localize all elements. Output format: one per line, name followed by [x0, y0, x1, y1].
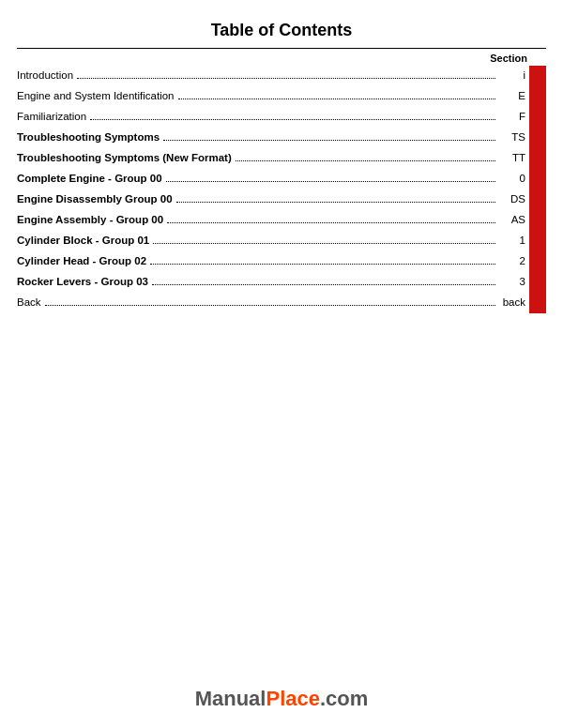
section-tab [529, 107, 546, 128]
toc-label: Familiarization [17, 111, 86, 122]
toc-section: back [499, 296, 525, 308]
footer-manual: Manual [195, 687, 266, 710]
footer-brand: ManualPlace.com [195, 687, 369, 710]
section-header-label: Section [490, 53, 527, 64]
toc-label: Troubleshooting Symptoms (New Format) [17, 152, 232, 163]
toc-dots [167, 222, 495, 223]
table-row: Troubleshooting Symptoms (New Format)TT [17, 148, 546, 169]
toc-label: Complete Engine - Group 00 [17, 173, 162, 184]
section-header-row: Section [0, 49, 563, 66]
toc-section: 3 [499, 276, 525, 287]
section-tab [529, 272, 546, 293]
table-row: Backback [17, 293, 546, 313]
toc-dots [178, 99, 496, 99]
section-tab [529, 66, 546, 86]
table-row: Introductioni [17, 66, 546, 86]
toc-label: Cylinder Head - Group 02 [17, 255, 146, 266]
toc-label: Troubleshooting Symptoms [17, 131, 160, 143]
toc-label: Engine Disassembly Group 00 [17, 193, 173, 205]
toc-section: AS [499, 214, 525, 225]
toc-dots [90, 119, 495, 120]
page-title: Table of Contents [211, 21, 353, 39]
toc-dots [153, 243, 495, 244]
toc-label: Rocker Levers - Group 03 [17, 276, 148, 287]
section-tab [529, 169, 546, 190]
section-tab [529, 293, 546, 313]
toc-dots [45, 305, 495, 306]
table-row: Engine Assembly - Group 00AS [17, 210, 546, 231]
section-tab [529, 210, 546, 231]
toc-section: 0 [499, 173, 525, 184]
table-row: Engine and System IdentificationE [17, 86, 546, 107]
toc-section: DS [499, 193, 525, 205]
toc-section: 1 [499, 235, 525, 246]
section-tab [529, 86, 546, 107]
toc-section: F [499, 111, 525, 122]
table-row: Complete Engine - Group 000 [17, 169, 546, 190]
page-container: Table of Contents Section IntroductioniE… [0, 0, 563, 728]
toc-dots [166, 181, 495, 182]
table-row: Cylinder Head - Group 022 [17, 251, 546, 272]
toc-label: Cylinder Block - Group 01 [17, 235, 149, 246]
toc-dots [77, 78, 495, 79]
footer-area: ManualPlace.com [0, 687, 563, 711]
table-row: Cylinder Block - Group 011 [17, 231, 546, 251]
table-row: Engine Disassembly Group 00DS [17, 190, 546, 210]
section-tab [529, 190, 546, 210]
toc-label: Introduction [17, 69, 73, 81]
toc-section: i [499, 69, 525, 81]
section-tab [529, 251, 546, 272]
table-row: Troubleshooting SymptomsTS [17, 128, 546, 148]
section-tab [529, 128, 546, 148]
toc-dots [163, 140, 495, 141]
toc-section: TT [499, 152, 525, 163]
table-row: Rocker Levers - Group 033 [17, 272, 546, 293]
footer-com: .com [320, 687, 368, 710]
toc-dots [152, 284, 495, 285]
table-row: FamiliarizationF [17, 107, 546, 128]
toc-section: 2 [499, 255, 525, 266]
section-tab [529, 148, 546, 169]
toc-rows-wrapper: IntroductioniEngine and System Identific… [0, 66, 563, 313]
toc-dots [176, 202, 495, 203]
section-tab [529, 231, 546, 251]
toc-label: Engine Assembly - Group 00 [17, 214, 163, 225]
toc-section: TS [499, 131, 525, 143]
toc-section: E [499, 90, 525, 101]
title-area: Table of Contents [0, 0, 563, 48]
toc-label: Back [17, 296, 41, 308]
toc-label: Engine and System Identification [17, 90, 175, 101]
toc-dots [150, 264, 495, 265]
footer-place: Place [266, 687, 320, 710]
toc-dots [236, 160, 495, 161]
